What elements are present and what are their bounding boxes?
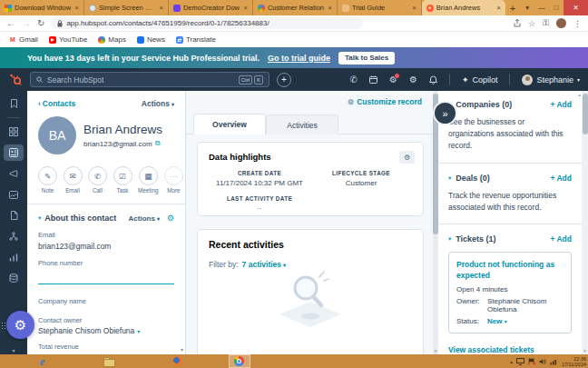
field-revenue[interactable]: Total revenue <box>38 343 174 351</box>
chrome-icon[interactable] <box>234 356 244 366</box>
card-settings-gear-icon[interactable]: ⚙ <box>399 151 415 164</box>
settings-gear-icon[interactable]: ⚙ <box>409 75 417 85</box>
browser-menu-icon[interactable]: ⋮ <box>573 19 582 28</box>
search-input[interactable]: Search HubSpot Ctrl K <box>30 72 270 87</box>
volume-icon[interactable] <box>539 358 546 365</box>
back-icon[interactable]: ← <box>6 19 15 28</box>
commerce-rail-icon[interactable] <box>4 207 24 224</box>
browser-tab[interactable]: DemoCreator Dow × <box>169 0 253 15</box>
call-button[interactable]: ✆Call <box>88 166 107 194</box>
add-ticket-button[interactable]: + Add <box>550 234 572 244</box>
hubspot-logo[interactable] <box>8 73 23 87</box>
customize-record-link[interactable]: ⚙Customize record <box>348 97 422 106</box>
bookmark-gmail[interactable]: MGmail <box>9 35 38 44</box>
chevron-down-icon[interactable]: ▾ <box>137 328 140 334</box>
user-menu[interactable]: Stephanie▾ <box>522 75 580 85</box>
browser-tab[interactable]: Customer Relation × <box>253 0 338 15</box>
scroll-up-icon[interactable]: ▴ <box>578 92 581 97</box>
bookmark-news[interactable]: News <box>137 35 165 44</box>
calling-icon[interactable]: ✆ <box>350 75 358 85</box>
field-company[interactable]: Company name <box>38 297 174 305</box>
tab-overview[interactable]: Overview <box>193 114 266 134</box>
phone-input[interactable] <box>38 273 174 284</box>
close-tab-icon[interactable]: × <box>496 4 501 12</box>
data-rail-icon[interactable] <box>4 270 24 286</box>
forward-icon[interactable]: → <box>22 19 31 28</box>
contact-email[interactable]: brian123@gmail.com <box>83 140 152 148</box>
notifications-bell-icon[interactable] <box>429 75 437 85</box>
browser-tab-active[interactable]: Brian Andrews × <box>422 0 505 15</box>
reload-icon[interactable]: ↻ <box>37 19 44 28</box>
browser-tab[interactable]: Simple Screen Reco × <box>84 0 169 15</box>
firefox-icon[interactable] <box>172 356 182 366</box>
browser-tab[interactable]: Trial Guide × <box>338 0 422 15</box>
browser-profile-avatar[interactable] <box>556 18 566 28</box>
add-deal-button[interactable]: + Add <box>550 174 572 183</box>
collapse-chevron-icon[interactable]: ▾ <box>38 214 41 222</box>
share-icon[interactable] <box>514 19 521 27</box>
field-email[interactable]: Email brian123@gmail.com <box>38 231 174 251</box>
bookmark-star-icon[interactable]: ☆ <box>528 19 535 28</box>
talk-to-sales-button[interactable]: Talk to Sales <box>338 52 395 65</box>
bookmark-youtube[interactable]: ▶YouTube <box>49 35 87 44</box>
trial-guide-link[interactable]: Go to trial guide <box>268 54 330 63</box>
about-actions-dropdown[interactable]: Actions▾ <box>129 214 160 223</box>
floating-widget-button[interactable]: ⚙ <box>6 311 34 339</box>
marketplace-icon[interactable]: ⚙ <box>389 75 397 85</box>
more-button[interactable]: ⋯More <box>164 166 183 194</box>
maximize-button[interactable]: □ <box>549 0 564 15</box>
meeting-button[interactable]: ▦Meeting <box>138 166 158 194</box>
filter-dropdown[interactable]: 7 activities▾ <box>242 260 287 269</box>
close-tab-icon[interactable]: × <box>328 4 332 12</box>
tab-activities[interactable]: Activities <box>266 114 338 134</box>
collapse-chevron-icon[interactable]: ▾ <box>448 174 451 182</box>
scroll-down-icon[interactable]: ▾ <box>582 348 588 353</box>
content-rail-icon[interactable] <box>4 186 24 203</box>
ticket-title-link[interactable]: Product not functioning as expected <box>456 260 564 282</box>
right-scrollbar[interactable]: ▾ <box>582 91 588 354</box>
reporting-rail-icon[interactable] <box>4 249 24 265</box>
collapse-chevron-icon[interactable]: ▾ <box>448 235 451 243</box>
email-button[interactable]: ✉Email <box>64 166 83 194</box>
create-button[interactable]: + <box>277 73 291 87</box>
bookmark-translate[interactable]: ⇄Translate <box>176 35 216 44</box>
address-bar[interactable]: app.hubspot.com/contacts/47651959/record… <box>51 17 363 29</box>
add-company-button[interactable]: + Add <box>550 100 572 109</box>
collapse-right-panel-button[interactable]: » <box>433 101 457 125</box>
copy-icon[interactable]: ⧉ <box>155 139 161 148</box>
display-tray-icon[interactable] <box>516 358 524 365</box>
calendar-icon[interactable] <box>369 75 377 84</box>
new-tab-button[interactable]: + <box>505 0 520 15</box>
field-phone[interactable]: Phone number <box>38 259 174 284</box>
field-owner[interactable]: Contact owner Stephanie Chisom Obiefuna▾ <box>38 316 174 336</box>
rail-more-chevron-icon[interactable]: ▾ <box>0 347 27 353</box>
contact-actions-dropdown[interactable]: Actions▾ <box>142 99 174 108</box>
minimize-button[interactable]: — <box>534 0 549 15</box>
close-tab-icon[interactable]: × <box>412 4 416 12</box>
file-explorer-icon[interactable] <box>103 356 114 367</box>
view-associated-tickets-link[interactable]: View associated tickets <box>448 345 572 354</box>
bookmark-maps[interactable]: Maps <box>98 35 126 44</box>
workspaces-rail-icon[interactable] <box>4 124 24 140</box>
scrollbar-thumb[interactable] <box>583 94 588 134</box>
about-settings-gear-icon[interactable]: ⚙ <box>167 214 174 223</box>
close-tab-icon[interactable]: × <box>159 4 163 12</box>
network-icon[interactable] <box>550 358 558 365</box>
automations-rail-icon[interactable] <box>4 228 24 244</box>
bookmarks-rail-icon[interactable] <box>4 95 24 112</box>
tab-search-icon[interactable]: ▾ <box>520 0 534 15</box>
close-window-button[interactable]: ✕ <box>564 0 588 15</box>
browser-tab[interactable]: Download Window × <box>0 0 84 15</box>
back-to-contacts-link[interactable]: ‹Contacts <box>38 99 75 108</box>
taskbar-clock[interactable]: 22:36 17/11/2024 <box>562 356 586 367</box>
tray-expand-icon[interactable]: ▴ <box>510 359 513 364</box>
close-tab-icon[interactable]: × <box>243 4 248 12</box>
action-center-flag-icon[interactable] <box>528 358 535 365</box>
crm-rail-icon-active[interactable] <box>4 144 24 161</box>
task-button[interactable]: ☑Task <box>113 166 132 194</box>
note-button[interactable]: ✎Note <box>38 166 57 194</box>
ticket-status-dropdown[interactable]: New <box>487 317 502 325</box>
scroll-down-icon[interactable]: ▾ <box>181 346 183 353</box>
internet-explorer-icon[interactable]: e <box>40 356 51 367</box>
marketing-rail-icon[interactable] <box>4 165 24 182</box>
